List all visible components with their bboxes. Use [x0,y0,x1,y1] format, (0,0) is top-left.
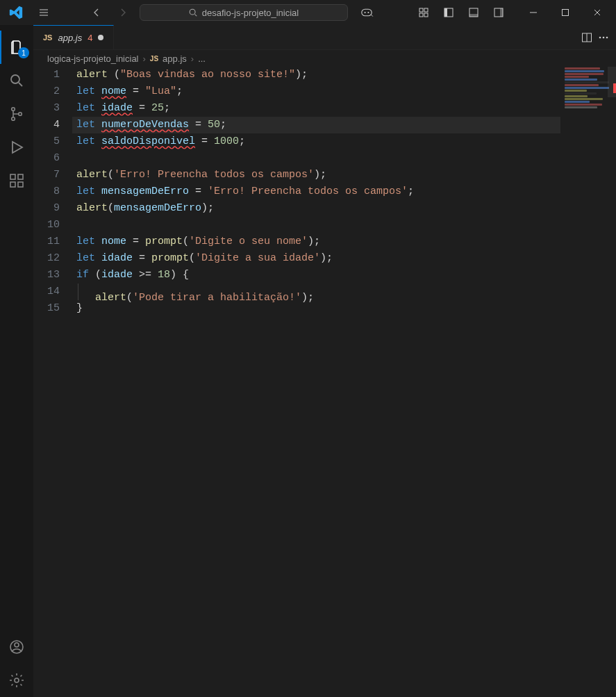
activity-explorer[interactable]: 1 [0,31,33,64]
line-number: 5 [33,133,60,150]
minimap-line [565,90,587,92]
svg-point-15 [11,75,19,83]
code-line[interactable]: let saldoDisponivel = 1000; [72,133,616,150]
svg-rect-7 [424,13,428,17]
toggle-secondary-sidebar-icon[interactable] [487,0,510,25]
svg-point-2 [364,12,365,13]
line-number: 7 [33,167,60,183]
breadcrumb-folder[interactable]: logica-js-projeto_inicial [47,54,139,64]
scrollbar-error-marker [613,83,616,93]
minimap-line [565,73,603,75]
js-file-icon: JS [43,33,52,42]
svg-point-29 [606,36,608,38]
toggle-panel-icon[interactable] [462,0,485,25]
tab-app-js[interactable]: JS app.js 4 [33,25,114,49]
svg-rect-4 [419,8,423,12]
split-editor-button[interactable] [581,32,592,43]
copilot-button[interactable] [355,0,378,25]
code-editor[interactable]: 123456789101112131415 alert ("Boas vinda… [33,67,616,697]
window-close-button[interactable] [581,0,613,25]
minimap-line [565,79,597,81]
activity-extensions[interactable] [0,164,33,197]
layout-customize-icon[interactable] [412,0,435,25]
svg-rect-21 [18,182,23,187]
svg-rect-19 [10,174,15,179]
svg-point-0 [190,9,195,15]
minimap-line [565,76,589,78]
tab-filename: app.js [58,33,82,43]
svg-rect-1 [361,9,371,16]
code-line[interactable]: alert(mensagemDeErro); [72,200,616,217]
code-line[interactable] [72,217,616,233]
chevron-right-icon: › [191,54,194,64]
tab-more-button[interactable] [598,32,609,43]
line-number: 13 [33,267,60,284]
chevron-right-icon: › [143,54,146,64]
command-center-search[interactable]: desafio-js-projeto_inicial [140,4,348,21]
nav-forward-button[interactable] [113,3,133,22]
line-number: 9 [33,200,60,217]
activity-settings[interactable] [0,664,33,697]
breadcrumb-more[interactable]: ... [198,54,206,64]
code-line[interactable]: if (idade >= 18) { [72,267,616,284]
line-number: 4 [33,117,60,133]
code-line[interactable]: let nome = prompt('Digite o seu nome'); [72,233,616,250]
tab-error-count: 4 [88,33,92,43]
minimap-line [565,106,597,108]
tab-dirty-icon [98,35,103,40]
code-line[interactable]: let numeroDeVendas = 50; [72,117,616,133]
window-maximize-button[interactable] [549,0,581,25]
line-number: 11 [33,233,60,250]
activity-bar: 1 [0,25,33,697]
svg-point-25 [15,678,19,682]
code-line[interactable] [72,150,616,167]
svg-point-28 [603,36,605,38]
svg-rect-5 [424,8,428,12]
activity-run-debug[interactable] [0,131,33,164]
search-text: desafio-js-projeto_inicial [202,8,299,18]
code-line[interactable]: let idade = prompt('Digite a sua idade')… [72,250,616,267]
breadcrumbs[interactable]: logica-js-projeto_inicial › JS app.js › … [33,50,616,67]
activity-accounts[interactable] [0,630,33,664]
line-number: 15 [33,300,60,317]
line-number: 2 [33,83,60,100]
minimap-line [565,101,590,103]
code-line[interactable]: let idade = 25; [72,100,616,117]
line-number: 10 [33,217,60,233]
svg-rect-9 [444,8,447,17]
svg-point-16 [12,108,15,111]
minimap-line [565,84,599,86]
js-file-icon: JS [150,55,158,63]
svg-point-24 [15,643,19,647]
svg-rect-22 [18,174,23,179]
minimap-line [565,67,600,69]
vscode-logo-icon [8,5,24,20]
code-line[interactable]: let mensagemDeErro = 'Erro! Preencha tod… [72,183,616,200]
breadcrumb-file[interactable]: app.js [163,54,187,64]
line-number: 14 [33,284,60,300]
svg-rect-11 [469,14,478,17]
title-bar: desafio-js-projeto_inicial [0,0,616,25]
line-number: 8 [33,183,60,200]
activity-search[interactable] [0,64,33,97]
minimap[interactable] [560,67,616,697]
code-line[interactable]: alert('Pode tirar a habilitação!'); [72,284,616,300]
code-content[interactable]: alert ("Boas vindas ao nosso site!");let… [72,67,616,697]
activity-source-control[interactable] [0,97,33,131]
nav-back-button[interactable] [87,3,106,22]
code-line[interactable]: alert ("Boas vindas ao nosso site!"); [72,67,616,83]
minimap-line [565,87,609,89]
toggle-sidebar-icon[interactable] [437,0,460,25]
menu-button[interactable] [32,0,56,25]
line-number: 1 [33,67,60,83]
line-number: 6 [33,150,60,167]
svg-rect-14 [563,10,569,16]
minimap-line [565,104,602,106]
editor-tabs: JS app.js 4 [33,25,616,50]
svg-point-17 [12,117,15,121]
window-minimize-button[interactable] [517,0,549,25]
line-number-gutter: 123456789101112131415 [33,67,72,697]
code-line[interactable]: let nome = "Lua"; [72,83,616,100]
code-line[interactable]: alert('Erro! Preencha todos os campos'); [72,167,616,183]
svg-rect-20 [10,182,15,187]
